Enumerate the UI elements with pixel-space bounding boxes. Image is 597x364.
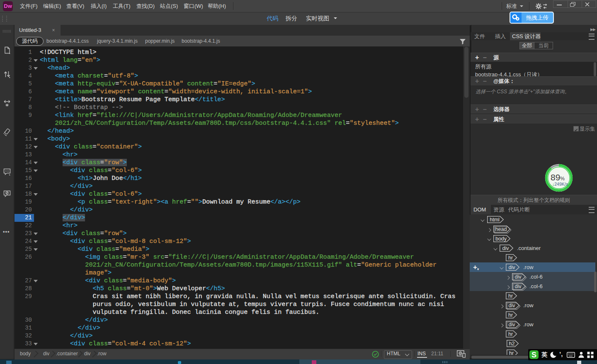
svg-text:h2: h2 xyxy=(509,341,515,347)
svg-text:hr: hr xyxy=(508,312,513,318)
svg-text:div: div xyxy=(509,322,516,328)
svg-text:div: div xyxy=(502,245,510,251)
svg-text:html: html xyxy=(490,217,500,223)
svg-text:head: head xyxy=(495,226,507,232)
svg-text:S: S xyxy=(531,351,536,359)
svg-text:div: div xyxy=(509,265,516,270)
svg-text:hr: hr xyxy=(508,331,513,337)
svg-text:div: div xyxy=(515,284,522,289)
svg-text:hr: hr xyxy=(508,293,513,299)
svg-text:hr: hr xyxy=(508,255,513,261)
svg-text:div: div xyxy=(515,274,522,280)
svg-text:div: div xyxy=(509,303,516,308)
svg-text:body: body xyxy=(495,236,507,242)
